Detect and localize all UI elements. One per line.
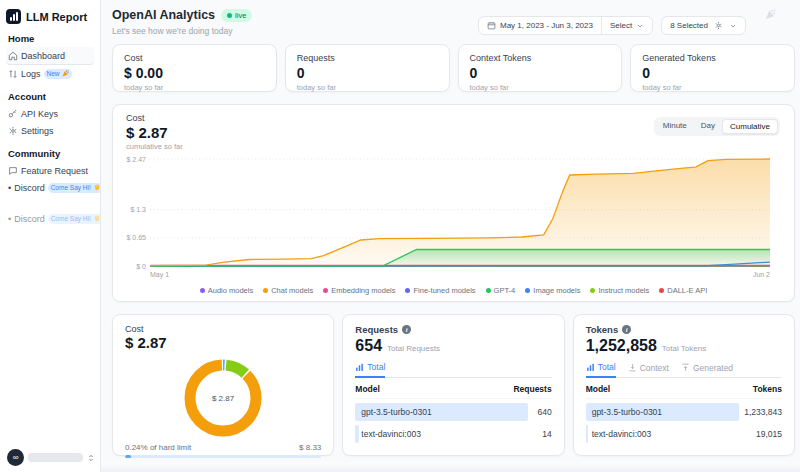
party-popper-icon <box>62 70 69 77</box>
user-name-placeholder <box>28 453 83 462</box>
info-icon[interactable]: i <box>402 325 411 334</box>
table-row[interactable]: text-davinci:00314 <box>355 425 551 443</box>
table-row[interactable]: gpt-3.5-turbo-0301640 <box>355 403 551 421</box>
stat-card-requests: Requests 0 today so far <box>285 44 450 92</box>
requests-card: Requests i 654 Total Requests Total Mode… <box>342 314 564 456</box>
bottom-cards: Cost $ 2.87 $ 2.87 0.24% of hard limit $… <box>112 314 795 456</box>
stat-card-generated-tokens: Generated Tokens 0 today so far <box>630 44 795 92</box>
legend-item: Instruct models <box>590 286 649 295</box>
footer-strip <box>101 462 800 472</box>
tab-total-requests[interactable]: Total <box>355 362 385 378</box>
download-icon <box>628 363 637 372</box>
calendar-icon <box>487 21 496 30</box>
sidebar-item-discord[interactable]: • Discord Come Say Hi! <box>6 179 94 196</box>
chevron-down-icon <box>729 22 737 30</box>
svg-text:$ 2.87: $ 2.87 <box>212 394 235 403</box>
tab-generated-tokens[interactable]: Generated <box>681 362 733 377</box>
model-name: text-davinci:003 <box>586 429 652 439</box>
legend-item: GPT-4 <box>486 286 516 295</box>
stat-cards: Cost $ 0.00 today so far Requests 0 toda… <box>112 44 795 92</box>
tab-context-tokens[interactable]: Context <box>628 362 669 377</box>
live-dot <box>227 13 232 18</box>
legend-dot <box>323 288 328 293</box>
main-content: OpenAI Analytics live Let's see how we'r… <box>101 0 800 472</box>
discord-badge: Come Say Hi! <box>48 183 103 193</box>
discord-badge-2: Come Say Hi! <box>48 214 103 224</box>
model-name: gpt-3.5-turbo-0301 <box>586 407 662 417</box>
svg-text:$ 2.47: $ 2.47 <box>127 156 147 163</box>
header-controls: May 1, 2023 - Jun 3, 2023 Select 8 Selec… <box>478 16 746 35</box>
cost-chart-card: Cost $ 2.87 cumulative so far Minute Day… <box>112 104 795 302</box>
range-tab-group: Minute Day Cumulative <box>654 117 780 136</box>
page-subtitle: Let's see how we're doing today <box>112 26 252 36</box>
gear-icon <box>714 21 723 30</box>
stat-card-cost: Cost $ 0.00 today so far <box>112 44 277 92</box>
model-value: 640 <box>537 407 551 417</box>
user-menu[interactable]: ∞ <box>7 449 95 466</box>
bar-chart-icon <box>355 363 364 372</box>
bullet: • <box>8 214 11 224</box>
hard-limit-label: 0.24% of hard limit <box>125 443 191 452</box>
message-icon <box>8 166 18 176</box>
page-header: OpenAI Analytics live Let's see how we'r… <box>112 8 795 36</box>
tab-cumulative[interactable]: Cumulative <box>722 119 778 134</box>
wave-icon <box>93 184 100 191</box>
cost-area-chart: $ 0$ 0.65$ 1.3$ 2.47May 1Jun 2 <box>126 153 776 281</box>
legend-item: Fine-tuned models <box>405 286 475 295</box>
legend-dot <box>525 288 530 293</box>
model-name: text-davinci:003 <box>355 429 421 439</box>
legend-dot <box>486 288 491 293</box>
svg-text:$ 0.65: $ 0.65 <box>127 234 147 241</box>
sidebar-item-api-keys[interactable]: API Keys <box>6 105 94 122</box>
svg-text:Jun 2: Jun 2 <box>753 271 770 278</box>
key-icon <box>8 109 18 119</box>
sidebar-item-feature-request[interactable]: Feature Request <box>6 162 94 179</box>
sidebar-item-dashboard[interactable]: Dashboard <box>6 47 94 65</box>
sidebar-item-logs[interactable]: Logs New <box>6 65 94 82</box>
legend-dot <box>590 288 595 293</box>
date-range-control: May 1, 2023 - Jun 3, 2023 Select <box>478 16 653 35</box>
date-preset-select[interactable]: Select <box>601 17 652 34</box>
sidebar-item-settings[interactable]: Settings <box>6 122 94 139</box>
tab-total-tokens[interactable]: Total <box>586 362 616 378</box>
app-logo[interactable]: LLM Report <box>6 9 94 24</box>
model-value: 14 <box>542 429 551 439</box>
section-community: Community <box>8 148 92 159</box>
upload-icon <box>681 363 690 372</box>
section-account: Account <box>8 91 92 102</box>
cost-breakdown-card: Cost $ 2.87 $ 2.87 0.24% of hard limit $… <box>112 314 334 456</box>
svg-text:May 1: May 1 <box>150 271 169 279</box>
confetti-icon[interactable] <box>765 6 776 24</box>
model-name: gpt-3.5-turbo-0301 <box>355 407 431 417</box>
page-title: OpenAI Analytics <box>112 8 215 22</box>
hard-limit-progress <box>125 455 321 458</box>
legend-item: Chat models <box>263 286 313 295</box>
tab-day[interactable]: Day <box>694 119 722 134</box>
app-name: LLM Report <box>26 11 87 23</box>
tokens-card: Tokens i 1,252,858 Total Tokens Total Co… <box>573 314 795 456</box>
table-row[interactable]: text-davinci:00319,015 <box>586 425 782 443</box>
gear-icon <box>8 126 18 136</box>
models-select-control[interactable]: 8 Selected <box>661 16 746 35</box>
svg-text:$ 1.3: $ 1.3 <box>130 206 146 213</box>
chart-legend: Audio modelsChat modelsEmbedding modelsF… <box>126 286 781 295</box>
sidebar-item-discord-2[interactable]: • Discord Come Say Hi! <box>6 210 94 227</box>
svg-text:$ 0: $ 0 <box>136 263 146 270</box>
arrows-up-down-icon <box>8 69 18 79</box>
legend-item: Audio models <box>200 286 253 295</box>
cost-donut-chart: $ 2.87 <box>168 353 278 443</box>
bar-chart-icon <box>586 363 595 372</box>
table-row[interactable]: gpt-3.5-turbo-03011,233,843 <box>586 403 782 421</box>
legend-item: Embedding models <box>323 286 395 295</box>
model-value: 19,015 <box>756 429 782 439</box>
bullet: • <box>8 183 11 193</box>
live-badge: live <box>221 9 252 22</box>
info-icon[interactable]: i <box>622 325 631 334</box>
stat-card-context-tokens: Context Tokens 0 today so far <box>458 44 623 92</box>
new-badge: New <box>44 69 72 79</box>
app: LLM Report Home Dashboard Logs New Accou… <box>0 0 800 472</box>
date-range-picker[interactable]: May 1, 2023 - Jun 3, 2023 <box>479 17 601 34</box>
hard-limit-value: $ 8.33 <box>299 443 321 452</box>
tab-minute[interactable]: Minute <box>656 119 694 134</box>
chevron-down-icon <box>636 22 644 30</box>
